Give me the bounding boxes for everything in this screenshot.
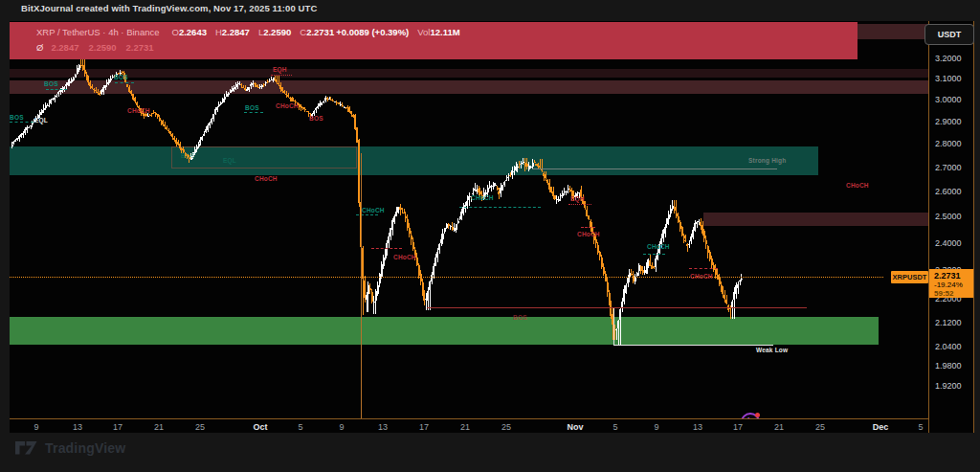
time-axis-label: 25 xyxy=(815,422,825,432)
price-line-label: XRPUSDT xyxy=(891,271,928,283)
price-scale-label: 2.6000 xyxy=(935,187,962,196)
annotation-choch: CHoCH xyxy=(471,195,494,202)
symbol-ohlc-line: XRP / TetherUS · 4h · BinanceO2.2643H2.2… xyxy=(36,27,462,37)
annotation-strong-high: Strong High xyxy=(748,158,786,165)
structure-dash xyxy=(356,214,378,215)
annotation-bos: BOS xyxy=(44,81,58,88)
structure-dash xyxy=(568,204,591,205)
annotation-bos: BOS xyxy=(10,115,24,122)
time-axis-label: 13 xyxy=(693,422,702,432)
footer-bar: TradingView xyxy=(0,433,980,472)
time-axis-label: 17 xyxy=(419,422,429,432)
time-axis-label: 21 xyxy=(774,422,784,432)
annotation-choch: CHoCH xyxy=(127,108,150,115)
time-axis[interactable]: 913172125Oct5913172125Nov5913172125Dec5 xyxy=(10,418,928,434)
badge-countdown: 59:52 xyxy=(934,289,973,298)
ohlc-value: 2.2590 xyxy=(263,27,291,37)
price-scale-label: 2.0400 xyxy=(935,342,962,351)
annotation-bos: BOS xyxy=(114,75,128,81)
credit-text: BitXJournal created with TradingView.com… xyxy=(21,3,317,13)
annotation-choch: CHoCH xyxy=(393,255,416,261)
time-axis-label: 21 xyxy=(154,422,164,432)
annotation-eql: EQL xyxy=(34,118,48,124)
time-axis-label: 17 xyxy=(113,422,122,432)
avg-value: 2.2847 xyxy=(51,42,78,53)
ohlc-label: O xyxy=(172,27,179,37)
price-scale-label: 3.0000 xyxy=(935,95,962,104)
structure-dash xyxy=(581,227,595,228)
ohlc-value: +0.0089 (+0.39%) xyxy=(336,27,409,37)
structure-dash xyxy=(689,268,718,269)
price-scale-label: 2.9000 xyxy=(935,117,962,126)
annotation-eqh: EQH xyxy=(273,67,287,74)
line-strong-high xyxy=(532,169,777,169)
annotation-choch: CHoCH xyxy=(846,183,869,190)
tradingview-logo-text: TradingView xyxy=(45,440,125,456)
annotation-bos: BOS xyxy=(513,315,527,322)
annotation-weak-low: Weak Low xyxy=(756,348,788,354)
ohlc-value: 12.11M xyxy=(430,27,459,37)
price-scale-label: 2.4000 xyxy=(935,238,962,248)
price-scale-label: 3.2000 xyxy=(935,54,962,63)
notification-dot xyxy=(755,413,760,417)
price-axis[interactable]: USDT 3.20003.10003.00002.90002.80002.700… xyxy=(928,21,974,433)
annotation-choch: CHoCH xyxy=(362,208,385,214)
structure-dash xyxy=(115,82,134,83)
time-axis-label: 25 xyxy=(195,422,205,432)
weak-low-line xyxy=(613,345,773,346)
annotation-choch: CHoCH xyxy=(690,274,713,281)
annotation-bos: BOS xyxy=(309,116,323,123)
annotation-eql: EQL xyxy=(223,158,236,165)
ohlc-label: Vol xyxy=(417,27,430,37)
annotation-eqh: EQH xyxy=(570,196,585,203)
price-scale-label: 1.9200 xyxy=(935,381,962,391)
credit-bar: BitXJournal created with TradingView.com… xyxy=(0,0,980,15)
time-axis-label: 5 xyxy=(612,422,617,432)
time-axis-label: 25 xyxy=(501,422,511,432)
annotation-choch: CHoCH xyxy=(647,244,670,251)
annotation-bos: BOS xyxy=(245,105,259,112)
tradingview-screenshot: BitXJournal created with TradingView.com… xyxy=(0,0,980,472)
structure-dash xyxy=(459,207,541,208)
chart-plot-area[interactable]: BOSEQLBOSBOSCHoCHBOSCHoCHEQHBOSBOSEQLCHo… xyxy=(10,21,928,418)
price-scale-label: 2.7000 xyxy=(935,163,962,172)
line-bos-low xyxy=(427,307,807,308)
annotation-choch: CHoCH xyxy=(255,176,278,183)
structure-dash xyxy=(10,122,33,123)
crash-event-line xyxy=(361,153,362,418)
structure-dash xyxy=(371,248,402,249)
time-axis-label: 9 xyxy=(339,422,344,432)
weak-low-vertical xyxy=(613,308,614,346)
symbol-name: XRP / TetherUS · 4h · Binance xyxy=(36,27,160,37)
current-price-badge: 2.2731 -19.24% 59:52 xyxy=(929,269,973,298)
ohlc-value: 2.2847 xyxy=(222,27,250,37)
avg-value: 2.2590 xyxy=(88,42,116,53)
chart-frame: BOSEQLBOSBOSCHoCHBOSCHoCHEQHBOSBOSEQLCHo… xyxy=(10,21,972,433)
annotation-bos: BOS xyxy=(181,153,195,160)
badge-change: -19.24% xyxy=(934,281,973,289)
time-axis-month-label: Nov xyxy=(567,422,583,432)
time-axis-label: 5 xyxy=(918,422,923,432)
annotation-choch: CHoCH xyxy=(577,232,600,238)
tradingview-logo[interactable]: TradingView xyxy=(15,440,125,456)
lines-layer: BOSEQLBOSBOSCHoCHBOSCHoCHEQHBOSBOSEQLCHo… xyxy=(10,21,928,418)
structure-dash xyxy=(244,112,263,113)
line-current-price xyxy=(10,277,883,278)
tradingview-logo-mark xyxy=(15,441,38,456)
time-axis-label: 9 xyxy=(33,422,38,432)
ohlc-value: 2.2643 xyxy=(179,27,207,37)
time-axis-label: 13 xyxy=(378,422,388,432)
avg-symbol: Ø xyxy=(36,42,43,53)
structure-dash xyxy=(271,75,292,76)
price-scale-label: 2.5000 xyxy=(935,212,962,221)
symbol-avg-line: Ø2.28472.25902.2731 xyxy=(36,42,164,53)
structure-dash xyxy=(643,254,665,255)
time-axis-label: 21 xyxy=(460,422,470,432)
time-axis-month-label: Dec xyxy=(873,422,889,432)
structure-dash xyxy=(46,89,67,90)
symbol-info-bar[interactable]: XRP / TetherUS · 4h · BinanceO2.2643H2.2… xyxy=(10,22,858,59)
time-axis-month-label: Oct xyxy=(253,422,267,432)
price-scale-label: 1.9800 xyxy=(935,361,962,371)
time-axis-label: 5 xyxy=(298,422,302,432)
currency-toggle-button[interactable]: USDT xyxy=(924,24,974,45)
